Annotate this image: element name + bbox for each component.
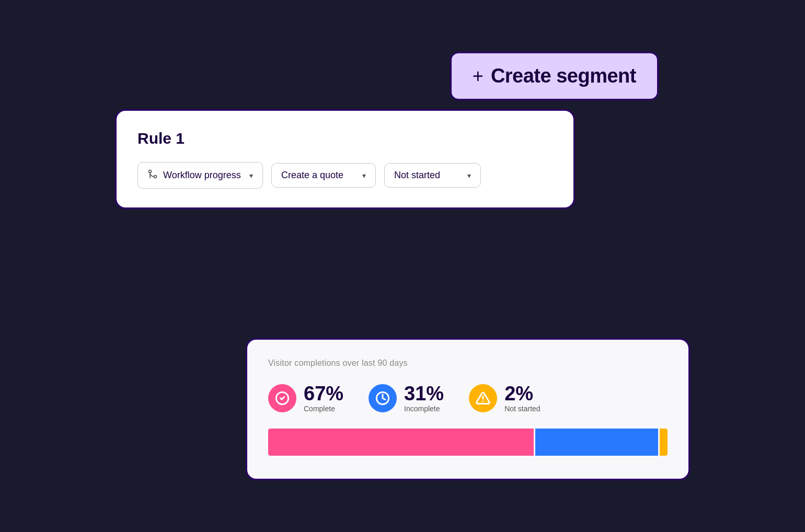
complete-icon-circle — [268, 384, 296, 412]
analytics-subtitle: Visitor completions over last 90 days — [268, 358, 668, 368]
stats-row: 67% Complete 31% Incomplete — [268, 384, 668, 413]
create-segment-label: Create segment — [491, 65, 636, 87]
chevron-down-icon: ▾ — [467, 171, 471, 180]
progress-not-started-segment — [660, 429, 668, 456]
quote-dropdown[interactable]: Create a quote ▾ — [271, 163, 376, 188]
not-started-label: Not started — [504, 404, 540, 413]
create-segment-button[interactable]: + Create segment — [450, 52, 659, 100]
analytics-card: Visitor completions over last 90 days 67… — [246, 338, 690, 480]
progress-bar — [268, 429, 668, 456]
complete-percentage: 67% — [304, 384, 343, 403]
incomplete-label: Incomplete — [404, 404, 444, 413]
workflow-dropdown-label: Workflow progress — [163, 170, 241, 181]
incomplete-stat: 31% Incomplete — [369, 384, 444, 413]
rule-title: Rule 1 — [137, 130, 553, 147]
plus-icon: + — [473, 67, 484, 86]
progress-incomplete-segment — [535, 429, 658, 456]
not-started-stat: 2% Not started — [469, 384, 540, 413]
rule-dropdowns: Workflow progress ▾ Create a quote ▾ Not… — [137, 162, 553, 189]
status-dropdown[interactable]: Not started ▾ — [384, 163, 481, 188]
complete-label: Complete — [304, 404, 343, 413]
incomplete-icon-circle — [369, 384, 397, 412]
workflow-progress-dropdown[interactable]: Workflow progress ▾ — [137, 162, 263, 189]
workflow-icon — [147, 169, 158, 182]
progress-complete-segment — [268, 429, 534, 456]
chevron-down-icon: ▾ — [249, 171, 253, 180]
complete-stat: 67% Complete — [268, 384, 343, 413]
quote-dropdown-label: Create a quote — [281, 170, 343, 181]
chevron-down-icon: ▾ — [362, 171, 366, 180]
rule-card: Rule 1 Workflow progress ▾ Create a quot… — [115, 109, 575, 209]
incomplete-percentage: 31% — [404, 384, 444, 403]
not-started-icon-circle — [469, 384, 497, 412]
not-started-percentage: 2% — [504, 384, 540, 403]
status-dropdown-label: Not started — [394, 170, 440, 181]
